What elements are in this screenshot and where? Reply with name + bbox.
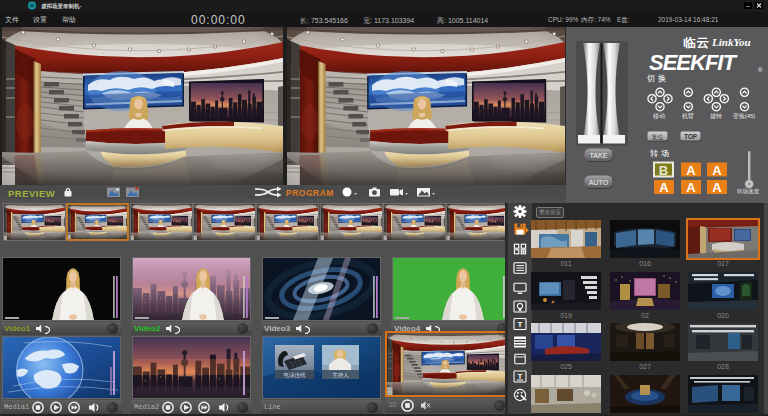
svg-text:临云: 临云 — [683, 36, 710, 50]
svg-text:AUTO: AUTO — [589, 179, 609, 186]
svg-text:A: A — [712, 163, 722, 178]
svg-text:TAKE: TAKE — [590, 152, 608, 159]
svg-text:SEEKFIT: SEEKFIT — [649, 50, 737, 75]
svg-text:®: ® — [758, 67, 763, 73]
svg-text:切换: 切换 — [646, 74, 669, 83]
svg-text:T: T — [518, 372, 523, 381]
svg-text:转场: 转场 — [650, 149, 672, 158]
svg-text:A: A — [712, 180, 722, 195]
svg-text:A: A — [659, 180, 669, 195]
svg-text:旋转: 旋转 — [710, 113, 722, 120]
svg-text:机臂: 机臂 — [682, 112, 694, 119]
svg-text:TOP: TOP — [684, 133, 698, 140]
svg-text:LinkYou: LinkYou — [711, 36, 751, 48]
svg-text:转场速度: 转场速度 — [737, 188, 760, 195]
svg-text:A: A — [686, 180, 696, 195]
svg-text:T: T — [518, 320, 523, 329]
svg-text:电话连线: 电话连线 — [284, 372, 307, 379]
svg-text:移动: 移动 — [653, 113, 665, 120]
svg-text:变焦(45): 变焦(45) — [733, 112, 756, 120]
svg-text:B: B — [659, 163, 668, 178]
svg-text:主持人: 主持人 — [332, 372, 349, 379]
svg-text:A: A — [686, 163, 696, 178]
svg-text:复位: 复位 — [652, 134, 664, 141]
